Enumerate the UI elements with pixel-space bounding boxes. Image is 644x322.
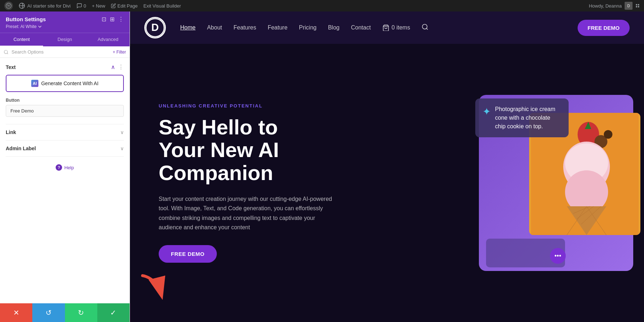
text-section-title: Text [6,64,16,70]
hero-tag: UNLEASHING CREATIVE POTENTIAL [159,103,450,109]
svg-point-11 [423,24,427,29]
tab-content[interactable]: Content [0,33,43,46]
ai-icon: AI [31,80,38,87]
panel-tabs: Content Design Advanced [0,33,130,46]
hero-section: UNLEASHING CREATIVE POTENTIAL Say Hello … [130,44,644,322]
admin-label-section: Admin Label ∨ [6,140,124,156]
avatar: D [625,2,633,10]
search-icon [4,50,9,55]
hero-title: Say Hello toYour New AICompanion [159,116,450,184]
svg-text:W: W [7,4,10,8]
free-demo-header-button[interactable]: FREE DEMO [578,20,630,36]
fullscreen-icon[interactable]: ⊡ [102,16,106,23]
new-button[interactable]: + New [92,3,105,9]
section-more-icon[interactable]: ⋮ [118,64,124,70]
redo-button[interactable]: ↻ [65,303,97,322]
hero-cta-button[interactable]: FREE DEMO [159,245,217,263]
hero-description: Start your content creation journey with… [159,194,338,233]
tab-design[interactable]: Design [43,33,86,46]
svg-text:D: D [151,22,159,33]
panel-header: Button Settings ⊡ ⊞ ⋮ Preset: AI White [0,12,130,33]
site-nav: Home About Features Feature Pricing Blog… [180,23,563,32]
site-name[interactable]: AI starter site for Divi [19,3,71,9]
collapse-icon[interactable]: ∧ [111,64,115,70]
wp-logo-icon[interactable]: W [4,1,13,10]
hero-right: ✦ Photographic ice cream cone with a cho… [472,44,644,322]
link-section: Link ∨ [6,124,124,140]
ai-tooltip-card: ✦ Photographic ice cream cone with a cho… [475,98,569,137]
red-arrow [135,268,168,302]
search-input[interactable] [11,49,110,55]
link-section-title: Link [6,129,16,135]
site-header: D Home About Features Feature Pricing Bl… [130,12,644,44]
cancel-button[interactable]: ✕ [0,303,32,322]
admin-label-collapse-icon: ∨ [120,146,124,151]
exit-visual-builder-button[interactable]: Exit Visual Builder [143,3,181,9]
nav-about[interactable]: About [207,24,222,31]
nav-pricing[interactable]: Pricing [299,24,317,31]
admin-label-section-header[interactable]: Admin Label ∨ [6,146,124,151]
text-section-header: Text ∧ ⋮ [6,64,124,70]
nav-search-icon[interactable] [421,23,429,32]
button-field-label: Button [6,98,124,103]
ai-generate-button[interactable]: AI Generate Content With AI [6,75,124,92]
settings-panel: Button Settings ⊡ ⊞ ⋮ Preset: AI White C… [0,12,130,322]
bottom-action-bar: ✕ ↺ ↻ ✓ [0,303,130,322]
admin-label-section-title: Admin Label [6,146,36,151]
panel-content: Text ∧ ⋮ AI Generate Content With AI But… [0,58,130,303]
save-button[interactable]: ✓ [97,303,130,322]
panel-title: Button Settings [6,16,46,22]
nav-feature[interactable]: Feature [268,24,288,31]
preset-selector[interactable]: Preset: AI White [6,24,124,29]
wp-admin-bar: W AI starter site for Divi 0 + New Edit … [0,0,644,12]
svg-rect-4 [638,4,639,6]
svg-rect-3 [636,4,638,6]
right-content: D Home About Features Feature Pricing Bl… [130,12,644,322]
link-collapse-icon: ∨ [120,129,124,135]
comments-count[interactable]: 0 [76,3,86,9]
nav-cart[interactable]: 0 items [382,24,410,31]
site-logo: D [144,17,166,38]
nav-blog[interactable]: Blog [328,24,340,31]
more-options-icon[interactable]: ⋮ [118,16,124,23]
filter-button[interactable]: + Filter [113,50,126,55]
help-button[interactable]: ? Help [56,164,74,171]
svg-rect-6 [636,6,638,8]
search-area: + Filter [0,46,130,58]
help-section: ? Help [6,156,124,178]
help-icon: ? [56,164,62,171]
svg-point-7 [4,50,8,53]
three-dot-menu[interactable]: ••• [550,248,566,264]
ai-tooltip-text: Photographic ice cream cone with a choco… [495,105,561,131]
svg-rect-5 [638,6,639,8]
sparkle-icon: ✦ [482,106,491,118]
hero-left: UNLEASHING CREATIVE POTENTIAL Say Hello … [130,44,472,322]
link-section-header[interactable]: Link ∨ [6,129,124,135]
user-info: Howdy, Deanna D [589,2,640,10]
columns-icon[interactable]: ⊞ [110,16,115,23]
svg-point-17 [604,130,612,139]
edit-page-button[interactable]: Edit Page [111,3,137,9]
nav-features[interactable]: Features [234,24,256,31]
panel-header-icons: ⊡ ⊞ ⋮ [102,16,124,23]
undo-button[interactable]: ↺ [32,303,65,322]
nav-contact[interactable]: Contact [351,24,371,31]
nav-home[interactable]: Home [180,24,196,31]
button-text-input[interactable] [6,105,124,117]
tab-advanced[interactable]: Advanced [87,33,130,46]
section-controls: ∧ ⋮ [111,64,124,70]
